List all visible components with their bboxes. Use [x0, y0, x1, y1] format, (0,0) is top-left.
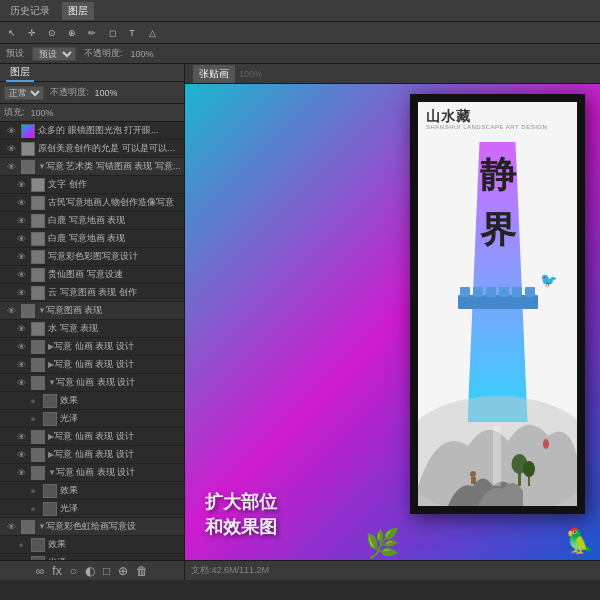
visibility-icon[interactable]: 👁 [14, 286, 28, 300]
visibility-icon[interactable]: 👁 [14, 340, 28, 354]
fold-icon[interactable]: ▼ [48, 468, 56, 477]
tool-shape[interactable]: △ [144, 25, 160, 41]
visibility-icon[interactable]: ● [26, 484, 40, 498]
visibility-icon[interactable]: 👁 [14, 358, 28, 372]
list-item[interactable]: 👁 ▼ 写意彩色虹绘画写意设 [0, 518, 184, 536]
tool-lasso[interactable]: ⊙ [44, 25, 60, 41]
tab-layers-panel[interactable]: 图层 [6, 64, 34, 82]
list-item[interactable]: ● 光泽 [0, 554, 184, 560]
layer-thumb [31, 178, 45, 192]
canvas-tab[interactable]: 张贴画 [193, 65, 235, 83]
visibility-icon[interactable]: 👁 [4, 160, 18, 174]
layer-name: 原创美意创作的允是 可以是可以不来 [38, 142, 184, 155]
fold-icon[interactable]: ▼ [48, 378, 56, 387]
link-icon[interactable]: ∞ [36, 564, 45, 578]
visibility-icon[interactable]: ● [26, 502, 40, 516]
visibility-icon[interactable]: 👁 [14, 466, 28, 480]
mask-icon[interactable]: ○ [70, 564, 77, 578]
delete-icon[interactable]: 🗑 [136, 564, 148, 578]
visibility-icon[interactable]: 👁 [4, 124, 18, 138]
list-item[interactable]: ● 光泽 [0, 410, 184, 428]
visibility-icon[interactable]: ● [26, 412, 40, 426]
layer-thumb [21, 304, 35, 318]
tool-text[interactable]: T [124, 25, 140, 41]
layers-options: 正常 不透明度: 100% [0, 82, 184, 104]
visibility-icon[interactable]: 👁 [14, 268, 28, 282]
blend-mode-select[interactable]: 正常 [4, 86, 44, 100]
list-item[interactable]: 👁 云 写意图画 表现 创作 [0, 284, 184, 302]
visibility-icon[interactable]: ● [26, 394, 40, 408]
visibility-icon[interactable]: 👁 [14, 178, 28, 192]
layers-fill-row: 填充: 100% [0, 104, 184, 122]
visibility-icon[interactable]: ● [14, 556, 28, 561]
visibility-icon[interactable]: 👁 [14, 232, 28, 246]
layer-name: 写意 仙画 表现 设计 [54, 358, 184, 371]
list-item[interactable]: 👁 ▶ 写意 仙画 表现 设计 [0, 356, 184, 374]
list-item[interactable]: ● 效果 [0, 392, 184, 410]
list-item[interactable]: 👁 白鹿 写意地画 表现 [0, 212, 184, 230]
layer-thumb [43, 412, 57, 426]
list-item[interactable]: 👁 ▼ 写意 艺术类 写错图画 表现 写意... [0, 158, 184, 176]
visibility-icon[interactable]: 👁 [4, 304, 18, 318]
opacity-value-display: 100% [95, 88, 118, 98]
list-item[interactable]: 👁 ▶ 写意 仙画 表现 设计 [0, 428, 184, 446]
fold-icon[interactable]: ▼ [38, 306, 46, 315]
visibility-icon[interactable]: ● [14, 538, 28, 552]
poster-big-char-2: 界 [480, 212, 516, 248]
visibility-icon[interactable]: 👁 [14, 430, 28, 444]
visibility-icon[interactable]: 👁 [14, 214, 28, 228]
new-layer-icon[interactable]: ⊕ [118, 564, 128, 578]
doc-info: 文档:42.6M/111.2M [191, 564, 269, 577]
list-item[interactable]: 👁 贵仙图画 写意设速 [0, 266, 184, 284]
list-item[interactable]: 👁 白鹿 写意地画 表现 [0, 230, 184, 248]
list-item[interactable]: ● 效果 [0, 536, 184, 554]
adjustment-icon[interactable]: ◐ [85, 564, 95, 578]
list-item[interactable]: 👁 写意彩色彩图写意设计 [0, 248, 184, 266]
list-item[interactable]: 👁 古民写意地画人物创作造像写意 [0, 194, 184, 212]
group-icon[interactable]: □ [103, 564, 110, 578]
list-item[interactable]: 👁 ▼ 写意 仙画 表现 设计 [0, 374, 184, 392]
svg-rect-14 [493, 426, 501, 486]
visibility-icon[interactable]: 👁 [14, 322, 28, 336]
layers-list[interactable]: 👁 众多的 眼镜图图光泡 打开眼... 👁 原创美意创作的允是 可以是可以不来 … [0, 122, 184, 560]
layer-name: 古民写意地画人物创作造像写意 [48, 196, 184, 209]
list-item[interactable]: 👁 文字 创作 [0, 176, 184, 194]
tool-crop[interactable]: ⊕ [64, 25, 80, 41]
tool-eraser[interactable]: ◻ [104, 25, 120, 41]
visibility-icon[interactable]: 👁 [4, 520, 18, 534]
tool-select[interactable]: ↖ [4, 25, 20, 41]
tool-brush[interactable]: ✏ [84, 25, 100, 41]
list-item[interactable]: 👁 ▼ 写意图画 表现 [0, 302, 184, 320]
list-item[interactable]: 👁 众多的 眼镜图图光泡 打开眼... [0, 122, 184, 140]
tool-move[interactable]: ✛ [24, 25, 40, 41]
list-item[interactable]: ● 效果 [0, 482, 184, 500]
svg-rect-1 [460, 287, 470, 297]
visibility-icon[interactable]: 👁 [14, 376, 28, 390]
preset-select[interactable]: 预设 [32, 47, 76, 61]
list-item[interactable]: 👁 水 写意 表现 [0, 320, 184, 338]
list-item[interactable]: 👁 原创美意创作的允是 可以是可以不来 [0, 140, 184, 158]
layer-name: 写意 仙画 表现 设计 [54, 340, 184, 353]
fold-icon[interactable]: ▼ [38, 162, 46, 171]
list-item[interactable]: 👁 ▶ 写意 仙画 表现 设计 [0, 446, 184, 464]
layer-name: 写意彩色彩图写意设计 [48, 250, 184, 263]
list-item[interactable]: ● 光泽 [0, 500, 184, 518]
poster-wall [458, 287, 538, 309]
layer-thumb [31, 214, 45, 228]
list-item[interactable]: 👁 ▶ 写意 仙画 表现 设计 [0, 338, 184, 356]
visibility-icon[interactable]: 👁 [14, 250, 28, 264]
list-item[interactable]: 👁 ▼ 写意 仙画 表现 设计 [0, 464, 184, 482]
fold-icon[interactable]: ▼ [38, 522, 46, 531]
tab-layers[interactable]: 图层 [62, 2, 94, 20]
layer-name: 贵仙图画 写意设速 [48, 268, 184, 281]
svg-rect-6 [525, 287, 535, 297]
visibility-icon[interactable]: 👁 [4, 142, 18, 156]
layer-name: 文字 创作 [48, 178, 184, 191]
layer-name: 效果 [48, 538, 184, 551]
svg-rect-3 [486, 287, 496, 297]
style-icon[interactable]: fx [52, 564, 61, 578]
visibility-icon[interactable]: 👁 [14, 448, 28, 462]
tab-history[interactable]: 历史记录 [4, 2, 56, 20]
visibility-icon[interactable]: 👁 [14, 196, 28, 210]
canvas-zoom: 100% [239, 69, 262, 79]
